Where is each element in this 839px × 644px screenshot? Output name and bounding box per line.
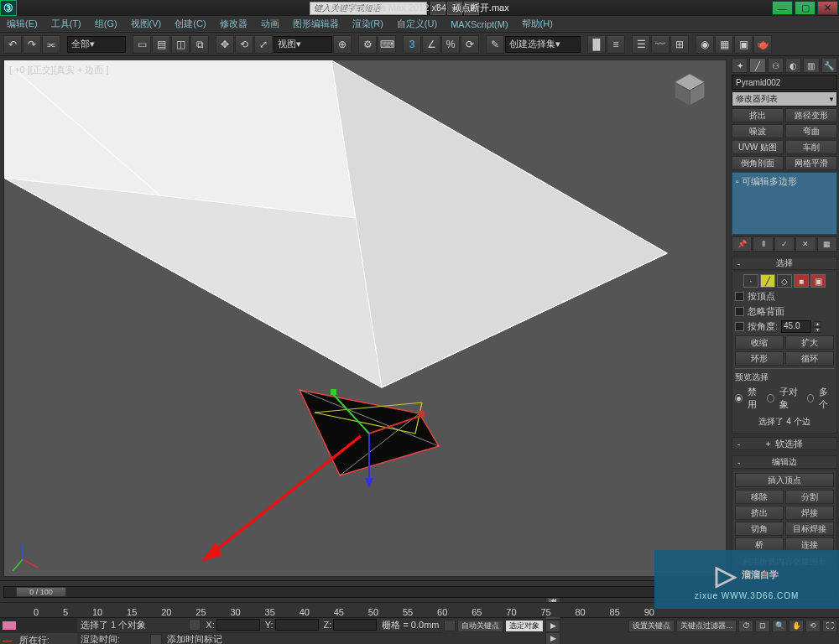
- render-setup-icon[interactable]: ▦: [715, 35, 733, 54]
- radio-preview-multi[interactable]: [807, 394, 815, 402]
- subobj-edge-icon[interactable]: ╱: [760, 274, 775, 288]
- tab-modify-icon[interactable]: ╱: [749, 58, 765, 73]
- keyboard-icon[interactable]: ⌨: [378, 35, 396, 54]
- menu-graph[interactable]: 图形编辑器: [289, 16, 342, 32]
- move-icon[interactable]: ✥: [216, 35, 234, 54]
- scale-icon[interactable]: ⤢: [254, 35, 273, 54]
- tab-create-icon[interactable]: ✦: [732, 58, 748, 73]
- btn-weld[interactable]: 焊接: [785, 506, 834, 520]
- angle-up[interactable]: ▴: [813, 321, 821, 327]
- time-config-icon[interactable]: ⏱: [738, 620, 753, 632]
- btn-ring[interactable]: 环形: [735, 351, 784, 366]
- viewport-label[interactable]: [ +0 ][正交][真实 + 边面 ]: [9, 64, 109, 76]
- radio-preview-sub[interactable]: [767, 394, 774, 402]
- mod-btn-noise[interactable]: 噪波: [732, 124, 784, 138]
- menu-render[interactable]: 渲染(R): [349, 16, 387, 32]
- mod-btn-bend[interactable]: 弯曲: [785, 124, 837, 138]
- align-icon[interactable]: ≡: [607, 35, 625, 54]
- radio-preview-off[interactable]: [735, 394, 743, 402]
- time-thumb[interactable]: 0 / 100: [16, 587, 66, 597]
- subobj-element-icon[interactable]: ▣: [810, 274, 826, 288]
- pivot-icon[interactable]: ⊕: [333, 35, 352, 54]
- btn-loop[interactable]: 循环: [785, 351, 834, 366]
- angle-input[interactable]: 45.0: [781, 320, 811, 333]
- rotate-icon[interactable]: ⟲: [235, 35, 253, 54]
- selset-dropdown[interactable]: 创建选择集 ▾: [505, 36, 581, 53]
- redo-icon[interactable]: ↷: [23, 35, 41, 54]
- btn-split[interactable]: 分割: [785, 490, 834, 504]
- modifier-list-dropdown[interactable]: 修改器列表: [732, 91, 837, 106]
- mod-btn-lathe[interactable]: 车削: [785, 140, 837, 154]
- tab-display-icon[interactable]: ▥: [803, 58, 819, 73]
- schematic-icon[interactable]: ⊞: [670, 35, 689, 54]
- btn-extrude-edge[interactable]: 挤出: [735, 506, 784, 520]
- btn-target-weld[interactable]: 目标焊接: [785, 522, 834, 536]
- viewport[interactable]: [ +0 ][正交][真实 + 边面 ]: [3, 60, 727, 577]
- autokey-button[interactable]: 自动关键点: [457, 620, 503, 632]
- coord-y[interactable]: [275, 619, 319, 631]
- mirror-icon[interactable]: ▐▌: [587, 35, 606, 54]
- pan-icon[interactable]: ✋: [789, 620, 804, 632]
- menu-view[interactable]: 视图(V): [128, 16, 165, 32]
- rollout-editedge-header[interactable]: 编辑边: [732, 455, 837, 469]
- setkey-button[interactable]: 设置关键点: [628, 620, 675, 632]
- subobj-vertex-icon[interactable]: ·: [743, 274, 758, 288]
- manip-icon[interactable]: ⚙: [358, 35, 377, 54]
- percent-snap-icon[interactable]: %: [441, 35, 460, 54]
- play-icon[interactable]: ▶: [545, 620, 560, 632]
- render-frame-icon[interactable]: ▣: [734, 35, 753, 54]
- show-end-icon[interactable]: Ⅱ: [753, 236, 773, 252]
- material-swatch[interactable]: [3, 621, 16, 630]
- object-name-field[interactable]: Pyramid002: [732, 75, 837, 90]
- select-region-icon[interactable]: ◫: [171, 35, 190, 54]
- btn-remove[interactable]: 移除: [735, 490, 784, 504]
- mod-btn-uvw[interactable]: UVW 贴图: [732, 140, 784, 154]
- rollout-softsel-header[interactable]: + 软选择: [732, 437, 837, 450]
- undo-icon[interactable]: ↶: [3, 35, 22, 54]
- unique-icon[interactable]: ✓: [774, 236, 795, 252]
- keyfilter-button[interactable]: 关键点过滤器...: [676, 620, 737, 632]
- mod-btn-extrude[interactable]: 挤出: [732, 108, 784, 122]
- angle-down[interactable]: ▾: [813, 327, 821, 333]
- window-crossing-icon[interactable]: ⧉: [190, 35, 209, 54]
- next-frame-icon[interactable]: ▶: [545, 632, 560, 645]
- configure-icon[interactable]: ▦: [817, 236, 837, 252]
- lock-icon[interactable]: [189, 619, 201, 631]
- sel-obj-dropdown[interactable]: 选定对象: [505, 620, 544, 632]
- link-icon[interactable]: ⫘: [42, 35, 60, 54]
- menu-maxscript[interactable]: MAXScript(M): [447, 18, 511, 31]
- menu-animation[interactable]: 动画: [258, 16, 283, 32]
- zoom-icon[interactable]: 🔍: [772, 620, 787, 632]
- menu-tools[interactable]: 工具(T): [48, 16, 85, 32]
- refcoord-dropdown[interactable]: 视图 ▾: [274, 36, 332, 53]
- coord-z[interactable]: [333, 619, 377, 631]
- modifier-stack[interactable]: ▫ 可编辑多边形: [732, 172, 837, 235]
- named-sel-icon[interactable]: ✎: [486, 35, 504, 54]
- menu-create[interactable]: 创建(C): [171, 16, 209, 32]
- chk-by-angle[interactable]: [735, 322, 744, 331]
- coord-x[interactable]: [216, 619, 260, 631]
- add-marker-label[interactable]: 添加时间标记: [167, 633, 222, 644]
- zoom-ext-icon[interactable]: ⊡: [755, 620, 770, 632]
- close-button[interactable]: ✕: [817, 1, 838, 15]
- mod-btn-bevel[interactable]: 倒角剖面: [732, 156, 784, 170]
- menu-edit[interactable]: 编辑(E): [3, 16, 41, 32]
- btn-grow[interactable]: 扩大: [785, 335, 834, 350]
- key-icon[interactable]: [444, 620, 456, 631]
- select-icon[interactable]: ▭: [133, 35, 151, 54]
- maximize-button[interactable]: ▢: [795, 1, 816, 15]
- select-name-icon[interactable]: ▤: [152, 35, 170, 54]
- angle-snap-icon[interactable]: ∠: [422, 35, 440, 54]
- material-icon[interactable]: ◉: [696, 35, 714, 54]
- curve-editor-icon[interactable]: 〰: [651, 35, 670, 54]
- chk-ignore-back[interactable]: [735, 307, 744, 316]
- render-icon[interactable]: 🫖: [753, 35, 772, 54]
- tab-hierarchy-icon[interactable]: ⚇: [768, 58, 784, 73]
- stack-item-editable-poly[interactable]: ▫ 可编辑多边形: [734, 174, 835, 189]
- btn-chamfer[interactable]: 切角: [735, 522, 784, 536]
- snap-icon[interactable]: 3: [403, 35, 421, 54]
- scope-dropdown[interactable]: 全部 ▾: [67, 36, 126, 53]
- subobj-border-icon[interactable]: ◇: [777, 274, 792, 288]
- btn-shrink[interactable]: 收缩: [735, 335, 784, 350]
- tab-motion-icon[interactable]: ◐: [785, 58, 801, 73]
